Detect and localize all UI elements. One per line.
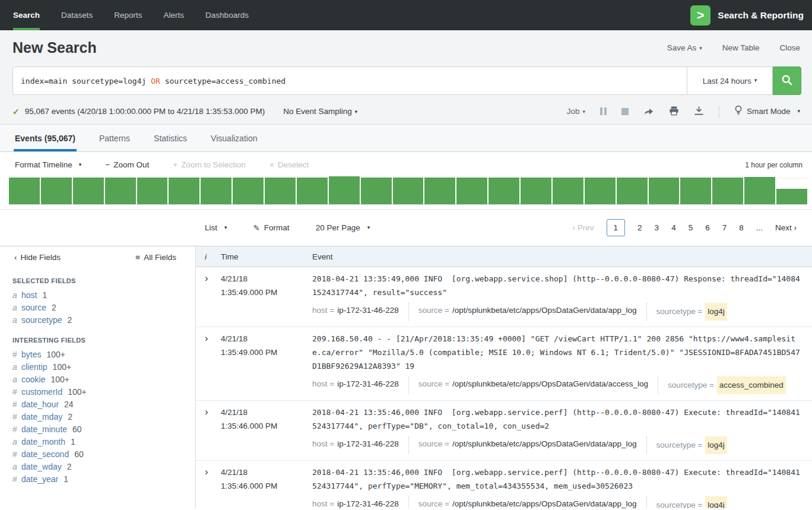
event-field-sourcetype[interactable]: sourcetype =access_combined: [668, 376, 786, 394]
timeline-bar[interactable]: [744, 177, 775, 204]
event-field-host[interactable]: host =ip-172-31-46-228: [312, 376, 409, 394]
timeline-bar[interactable]: [265, 178, 296, 204]
hide-fields-button[interactable]: ‹Hide Fields: [14, 253, 61, 262]
page-number[interactable]: 1: [607, 219, 626, 236]
stop-button[interactable]: [621, 108, 629, 115]
timeline-bar[interactable]: [489, 178, 519, 204]
timeline-bar[interactable]: [680, 178, 711, 204]
event-sampling-dropdown[interactable]: No Event Sampling▾: [283, 107, 357, 116]
page-number[interactable]: 4: [671, 223, 676, 232]
nav-item-reports[interactable]: Reports: [114, 0, 142, 30]
event-field-host[interactable]: host =ip-172-31-46-228: [312, 436, 409, 454]
page-number[interactable]: 2: [637, 223, 642, 232]
field-item[interactable]: #date_hour24: [0, 398, 195, 410]
tab-events[interactable]: Events (95,067): [15, 125, 75, 151]
export-button[interactable]: [694, 106, 704, 118]
timeline-bar[interactable]: [105, 178, 136, 204]
nav-item-dashboards[interactable]: Dashboards: [205, 0, 249, 30]
format-timeline-dropdown[interactable]: Format Timeline▾: [15, 160, 81, 169]
timeline-bar[interactable]: [553, 178, 583, 204]
field-item[interactable]: #date_second60: [0, 448, 195, 460]
event-field-sourcetype[interactable]: sourcetype =log4j: [656, 303, 727, 321]
search-mode-dropdown[interactable]: Smart Mode▾: [734, 105, 800, 118]
event-field-source[interactable]: source =/opt/splunkbeta/etc/apps/OpsData…: [418, 376, 658, 394]
field-item[interactable]: asourcetype2: [0, 313, 195, 326]
timeline-bar[interactable]: [649, 178, 680, 204]
timeline-bar[interactable]: [297, 178, 328, 204]
timeline-bar[interactable]: [424, 178, 455, 204]
close-button[interactable]: Close: [779, 43, 800, 52]
timeline-bar[interactable]: [776, 189, 807, 204]
field-count: 1: [71, 437, 75, 446]
field-item[interactable]: #bytes100+: [0, 348, 195, 360]
timeline-bar[interactable]: [137, 178, 168, 204]
event-field-source[interactable]: source =/opt/splunkbeta/etc/apps/OpsData…: [418, 496, 647, 508]
timeline-bar[interactable]: [521, 178, 551, 204]
field-item[interactable]: #date_minute60: [0, 423, 195, 435]
print-button[interactable]: [669, 106, 679, 118]
page-number[interactable]: 5: [689, 223, 693, 232]
tab-statistics[interactable]: Statistics: [154, 125, 187, 151]
next-page-button[interactable]: Next ›: [775, 223, 797, 232]
share-button[interactable]: [643, 106, 654, 118]
timeline-bar[interactable]: [712, 178, 743, 204]
caret-down-icon: ▾: [367, 224, 370, 230]
timeline-bar[interactable]: [617, 178, 648, 204]
list-view-dropdown[interactable]: List▾: [205, 223, 227, 232]
page-number[interactable]: 8: [739, 223, 744, 232]
page-number[interactable]: 6: [705, 223, 710, 232]
field-name: clientip: [21, 362, 47, 372]
field-item[interactable]: adate_month1: [0, 435, 195, 448]
timeline-bar[interactable]: [393, 178, 424, 204]
timeline-bar[interactable]: [329, 176, 360, 204]
search-button[interactable]: [773, 66, 801, 95]
timeline-bar[interactable]: [233, 178, 264, 204]
job-menu[interactable]: Job▾: [567, 107, 585, 116]
field-item[interactable]: acookie100+: [0, 373, 195, 385]
app-brand[interactable]: > Search & Reporting: [690, 0, 804, 30]
timeline-bar[interactable]: [169, 178, 199, 204]
event-field-sourcetype[interactable]: sourcetype =log4j: [656, 436, 727, 454]
expand-chevron-icon[interactable]: ›: [205, 466, 208, 477]
timeline-bar[interactable]: [73, 178, 104, 204]
time-range-picker[interactable]: Last 24 hours▾: [687, 66, 773, 95]
tab-patterns[interactable]: Patterns: [99, 125, 130, 151]
timeline-bar[interactable]: [585, 178, 616, 204]
timeline-bar[interactable]: [361, 178, 392, 204]
field-item[interactable]: adate_wday2: [0, 460, 195, 473]
timeline-bar[interactable]: [201, 178, 231, 204]
expand-chevron-icon[interactable]: ›: [205, 332, 208, 344]
field-type-icon: #: [12, 425, 21, 434]
column-info: i: [196, 252, 217, 261]
timeline-bar[interactable]: [456, 178, 487, 204]
timeline-bar[interactable]: [9, 178, 40, 204]
field-item[interactable]: #date_year1: [0, 473, 195, 485]
nav-item-search[interactable]: Search: [13, 0, 40, 30]
event-field-source[interactable]: source =/opt/splunkbeta/etc/apps/OpsData…: [418, 303, 647, 321]
nav-item-datasets[interactable]: Datasets: [61, 0, 93, 30]
event-field-host[interactable]: host =ip-172-31-46-228: [312, 496, 409, 508]
page-number[interactable]: 3: [655, 223, 659, 232]
expand-chevron-icon[interactable]: ›: [205, 273, 208, 284]
timeline-bar[interactable]: [41, 178, 72, 204]
event-field-sourcetype[interactable]: sourcetype =log4j: [656, 496, 727, 508]
pause-button[interactable]: [600, 107, 607, 115]
new-table-button[interactable]: New Table: [722, 43, 760, 52]
field-item[interactable]: #customerId100+: [0, 385, 195, 398]
field-item[interactable]: aclientip100+: [0, 360, 195, 373]
zoom-out-button[interactable]: −Zoom Out: [105, 160, 149, 169]
format-button[interactable]: ✎Format: [253, 223, 290, 233]
page-number[interactable]: 7: [722, 223, 727, 232]
all-fields-button[interactable]: ≡All Fields: [135, 253, 176, 262]
save-as-button[interactable]: Save As▾: [667, 43, 702, 52]
field-item[interactable]: ahost1: [0, 289, 195, 301]
search-input[interactable]: index=main sourcetype=log4j OR sourcetyp…: [12, 66, 687, 95]
per-page-dropdown[interactable]: 20 Per Page▾: [316, 223, 370, 232]
event-field-host[interactable]: host =ip-172-31-46-228: [312, 303, 409, 321]
field-item[interactable]: asource2: [0, 301, 195, 313]
nav-item-alerts[interactable]: Alerts: [164, 0, 185, 30]
event-field-source[interactable]: source =/opt/splunkbeta/etc/apps/OpsData…: [418, 436, 647, 454]
tab-visualization[interactable]: Visualization: [211, 125, 257, 151]
field-item[interactable]: #date_mday2: [0, 410, 195, 423]
expand-chevron-icon[interactable]: ›: [205, 406, 208, 417]
